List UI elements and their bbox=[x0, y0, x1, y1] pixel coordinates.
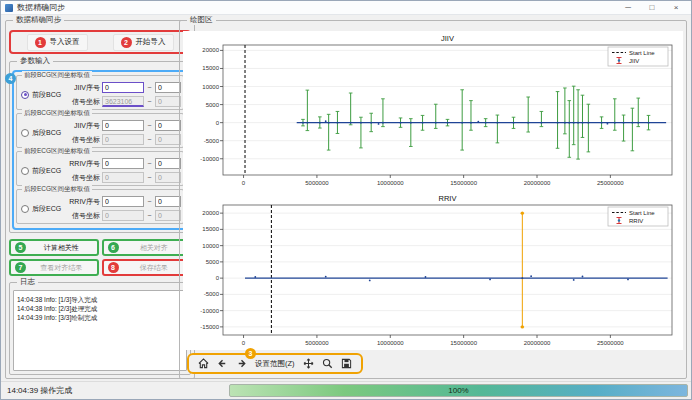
param-label: 信号坐标 bbox=[67, 97, 100, 107]
svg-text:JIIV: JIIV bbox=[629, 58, 639, 64]
param-input-end[interactable] bbox=[155, 158, 181, 169]
sync-groupbox-title: 数据精确同步 bbox=[13, 15, 64, 25]
log-line: 14:04:38 Info: [2/3]处理完成 bbox=[17, 304, 183, 313]
import-button-2[interactable]: 2开始导入 bbox=[113, 34, 174, 51]
step-badge-3: 3 bbox=[245, 348, 256, 359]
home-icon[interactable] bbox=[196, 356, 211, 371]
param-input-start bbox=[102, 210, 144, 221]
radio-button[interactable] bbox=[21, 91, 29, 99]
params-groupbox-title: 参数输入 bbox=[17, 56, 53, 66]
svg-text:JIIV: JIIV bbox=[441, 34, 454, 43]
save-icon[interactable] bbox=[339, 356, 354, 371]
radio-button[interactable] bbox=[21, 167, 29, 175]
param-input-start bbox=[102, 134, 144, 145]
radio-label: 前段ECG bbox=[32, 166, 61, 176]
log-line: 14:04:39 Info: [3/3]绘制完成 bbox=[17, 313, 183, 322]
close-button[interactable]: × bbox=[665, 2, 687, 14]
param-input-start[interactable] bbox=[102, 196, 144, 207]
radio-button[interactable] bbox=[21, 129, 29, 137]
svg-text:5000: 5000 bbox=[206, 102, 220, 108]
range-separator: ~ bbox=[146, 174, 153, 181]
left-panel: 数据精确同步 1导入设置2开始导入 参数输入 4 前段BCG区间坐标取值前段BC… bbox=[1, 15, 177, 381]
back-icon[interactable] bbox=[215, 356, 230, 371]
svg-text:RRIV: RRIV bbox=[439, 194, 457, 203]
param-input-end[interactable] bbox=[155, 196, 181, 207]
radio-label: 前段BCG bbox=[32, 90, 61, 100]
action-button-label: 查看对齐结果 bbox=[29, 263, 94, 273]
range-separator: ~ bbox=[146, 160, 153, 167]
radio-button[interactable] bbox=[21, 205, 29, 213]
step-badge-7: 7 bbox=[15, 262, 26, 273]
radio-前段ECG[interactable]: 前段ECG bbox=[19, 166, 67, 176]
svg-text:Start Line: Start Line bbox=[629, 50, 655, 56]
svg-text:-5000: -5000 bbox=[204, 291, 220, 297]
step-badge-4: 4 bbox=[5, 73, 16, 84]
log-groupbox: 日志 14:04:38 Info: [1/3]导入完成14:04:38 Info… bbox=[9, 282, 191, 375]
radio-前段BCG[interactable]: 前段BCG bbox=[19, 90, 67, 100]
svg-text:15000: 15000 bbox=[202, 65, 219, 71]
param-input-end[interactable] bbox=[155, 82, 181, 93]
plot-groupbox: 绘图区 -10000-50000500010000150002000005000… bbox=[179, 20, 687, 379]
param-label: JIIV序号 bbox=[67, 121, 100, 131]
svg-text:0: 0 bbox=[216, 275, 220, 281]
action-button-5[interactable]: 5计算相关性 bbox=[9, 239, 99, 256]
radio-label: 后段ECG bbox=[32, 204, 61, 214]
param-row: 信号坐标~ bbox=[67, 134, 181, 145]
range-separator: ~ bbox=[146, 98, 153, 105]
set-range-button[interactable]: 设置范围(Z) bbox=[253, 359, 297, 369]
svg-text:-5000: -5000 bbox=[204, 138, 220, 144]
radio-后段BCG[interactable]: 后段BCG bbox=[19, 128, 67, 138]
chart-RRIV[interactable]: -15000-10000-500005000100001500020000050… bbox=[183, 192, 679, 349]
svg-text:5000: 5000 bbox=[206, 259, 220, 265]
svg-text:25000000: 25000000 bbox=[597, 180, 624, 186]
svg-text:15000000: 15000000 bbox=[450, 180, 477, 186]
param-label: 信号坐标 bbox=[67, 135, 100, 145]
import-button-label: 开始导入 bbox=[136, 37, 166, 47]
figure-canvas[interactable]: -10000-500005000100001500020000050000001… bbox=[183, 31, 683, 350]
svg-text:5000000: 5000000 bbox=[305, 180, 329, 186]
progress-value: 100% bbox=[230, 385, 687, 396]
param-input-end[interactable] bbox=[155, 120, 181, 131]
svg-text:0: 0 bbox=[216, 120, 220, 126]
param-input-start[interactable] bbox=[102, 120, 144, 131]
chart-JIIV[interactable]: -10000-500005000100001500020000050000001… bbox=[183, 32, 679, 189]
param-input-start bbox=[102, 172, 144, 183]
param-sections: 前段BCG区间坐标取值前段BCGJIIV序号~信号坐标~后段BCG区间坐标取值后… bbox=[15, 75, 185, 224]
action-button-8[interactable]: 8保存结果 bbox=[102, 259, 192, 276]
param-label: 信号坐标 bbox=[67, 211, 100, 221]
pan-icon[interactable] bbox=[301, 356, 316, 371]
status-message: 14:04:39 操作完成 bbox=[7, 385, 229, 396]
statusbar: 14:04:39 操作完成 100% bbox=[1, 381, 691, 399]
action-button-7[interactable]: 7查看对齐结果 bbox=[9, 259, 99, 276]
param-row: 信号坐标~ bbox=[67, 172, 181, 183]
param-input-start[interactable] bbox=[102, 158, 144, 169]
import-button-row: 1导入设置2开始导入 bbox=[9, 30, 191, 54]
zoom-icon[interactable] bbox=[320, 356, 335, 371]
param-input-start[interactable] bbox=[102, 82, 144, 93]
range-separator: ~ bbox=[146, 136, 153, 143]
param-row: JIIV序号~ bbox=[67, 120, 181, 131]
minimize-button[interactable]: ─ bbox=[617, 2, 639, 14]
action-buttons: 5计算相关性6相关对齐7查看对齐结果8保存结果 bbox=[9, 239, 191, 276]
svg-text:Start Line: Start Line bbox=[629, 210, 655, 216]
param-row: 信号坐标~ bbox=[67, 210, 181, 221]
svg-text:10000000: 10000000 bbox=[377, 180, 404, 186]
radio-后段ECG[interactable]: 后段ECG bbox=[19, 204, 67, 214]
param-row: JIIV序号~ bbox=[67, 82, 181, 93]
log-output[interactable]: 14:04:38 Info: [1/3]导入完成14:04:38 Info: [… bbox=[13, 290, 187, 371]
params-annotated-area: 4 前段BCG区间坐标取值前段BCGJIIV序号~信号坐标~后段BCG区间坐标取… bbox=[12, 70, 188, 230]
import-button-1[interactable]: 1导入设置 bbox=[27, 34, 88, 51]
app-icon bbox=[5, 4, 13, 12]
svg-text:15000000: 15000000 bbox=[450, 340, 477, 346]
step-badge-8: 8 bbox=[108, 262, 119, 273]
app-window: 数据精确同步 ─ □ × 数据精确同步 1导入设置2开始导入 参数输入 4 前段… bbox=[0, 0, 692, 400]
svg-text:20000: 20000 bbox=[202, 47, 219, 53]
param-row: RRIV序号~ bbox=[67, 196, 181, 207]
svg-text:10000000: 10000000 bbox=[377, 340, 404, 346]
action-button-label: 保存结果 bbox=[122, 263, 187, 273]
svg-text:20000000: 20000000 bbox=[524, 180, 551, 186]
action-button-6[interactable]: 6相关对齐 bbox=[102, 239, 192, 256]
svg-text:RRIV: RRIV bbox=[629, 218, 643, 224]
maximize-button[interactable]: □ bbox=[641, 2, 663, 14]
param-label: 信号坐标 bbox=[67, 173, 100, 183]
